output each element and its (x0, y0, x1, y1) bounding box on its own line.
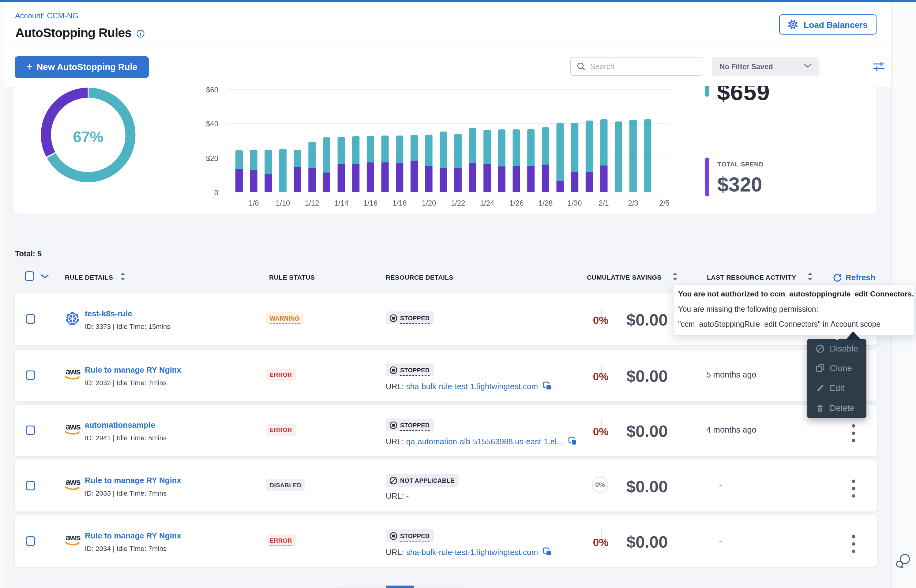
svg-text:1/8: 1/8 (249, 199, 259, 207)
svg-text:1/10: 1/10 (276, 199, 290, 207)
svg-text:0: 0 (214, 189, 218, 197)
svg-text:1/28: 1/28 (539, 199, 553, 207)
svg-text:2/3: 2/3 (628, 199, 638, 207)
svg-text:1/14: 1/14 (334, 199, 349, 207)
svg-text:1/20: 1/20 (422, 199, 436, 207)
svg-text:2/5: 2/5 (659, 199, 669, 207)
svg-text:2/1: 2/1 (599, 199, 609, 207)
svg-text:$40: $40 (206, 120, 218, 128)
svg-text:$20: $20 (206, 154, 218, 162)
svg-text:1/16: 1/16 (363, 199, 378, 207)
svg-text:1/12: 1/12 (305, 199, 319, 207)
svg-text:1/26: 1/26 (510, 199, 524, 207)
svg-text:$60: $60 (206, 87, 218, 94)
svg-text:1/18: 1/18 (392, 199, 407, 207)
svg-text:1/22: 1/22 (451, 199, 465, 207)
svg-text:67%: 67% (73, 129, 104, 145)
svg-text:1/24: 1/24 (480, 199, 494, 207)
svg-text:1/30: 1/30 (568, 199, 582, 207)
